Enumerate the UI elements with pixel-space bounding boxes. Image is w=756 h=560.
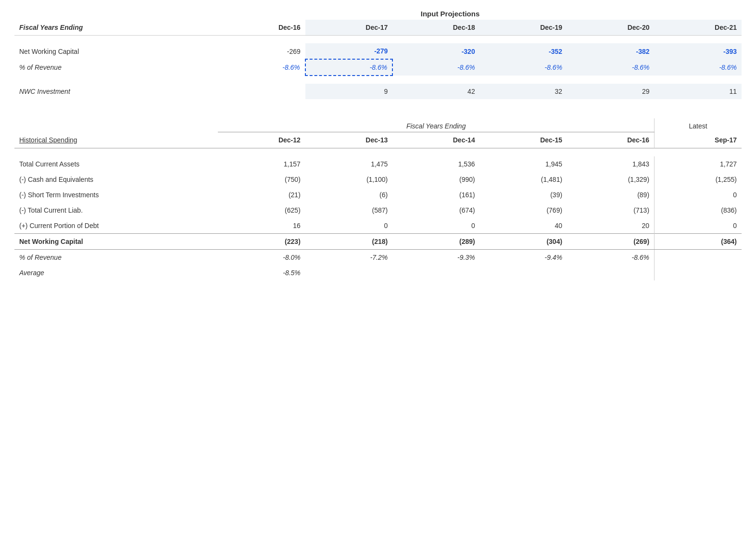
col-dec13: Dec-13 [305,132,392,149]
tcl-dec15: (769) [480,203,567,218]
tcl-dec12: (625) [218,203,305,218]
nwc-inv-label: NWC Investment [14,84,218,99]
hist-latest-label: Latest [655,118,742,132]
pct-rev-dec20: -8.6% [567,59,654,76]
hist-avg-dec13 [305,265,392,280]
hist-nwc-dec15: (304) [480,234,567,250]
pct-rev-dec17[interactable]: -8.6% [305,59,392,76]
col-sep17: Sep-17 [655,132,742,149]
hist-avg-dec12: -8.5% [218,265,305,280]
projections-header: Input Projections [14,10,742,18]
hist-group-header-row: Fiscal Years Ending Latest [14,118,742,132]
current-portion-debt-row: (+) Current Portion of Debt 16 0 0 40 20… [14,218,742,234]
pct-rev-dec21: -8.6% [655,59,742,76]
cash-dec14: (990) [392,172,479,187]
tca-dec15: 1,945 [480,156,567,172]
nwc-dec21: -393 [655,43,742,59]
tcl-sep17: (836) [655,203,742,218]
nwc-inv-dec16 [218,84,305,99]
cash-dec16: (1,329) [567,172,654,187]
col-dec21-proj: Dec-21 [655,20,742,36]
cpd-sep17: 0 [655,218,742,234]
col-dec15: Dec-15 [480,132,567,149]
col-dec14: Dec-14 [392,132,479,149]
col-dec19-proj: Dec-19 [480,20,567,36]
cash-dec15: (1,481) [480,172,567,187]
tca-dec14: 1,536 [392,156,479,172]
cash-equiv-row: (-) Cash and Equivalents (750) (1,100) (… [14,172,742,187]
historical-table: Fiscal Years Ending Latest Historical Sp… [14,118,742,280]
pct-revenue-row: % of Revenue -8.6% -8.6% -8.6% -8.6% -8.… [14,59,742,76]
hist-nwc-dec14: (289) [392,234,479,250]
hist-average-row: Average -8.5% [14,265,742,280]
tca-label: Total Current Assets [14,156,218,172]
col-dec16-hist: Dec-16 [567,132,654,149]
hist-pct-revenue-row: % of Revenue -8.0% -7.2% -9.3% -9.4% -8.… [14,250,742,266]
nwc-inv-dec19: 32 [480,84,567,99]
nwc-inv-dec18: 42 [392,84,479,99]
hist-col-headers: Historical Spending Dec-12 Dec-13 Dec-14… [14,132,742,149]
col-dec12: Dec-12 [218,132,305,149]
projections-col-headers: Fiscal Years Ending Dec-16 Dec-17 Dec-18… [14,20,742,36]
hist-avg-sep17 [655,265,742,280]
sti-sep17: 0 [655,187,742,203]
sti-dec15: (39) [480,187,567,203]
hist-avg-dec15 [480,265,567,280]
nwc-dec16: -269 [218,43,305,59]
hist-pct-rev-label: % of Revenue [14,250,218,266]
projections-section: Input Projections Fiscal Years Ending De… [14,10,742,99]
hist-nwc-dec16: (269) [567,234,654,250]
nwc-inv-dec17: 9 [305,84,392,99]
cpd-dec13: 0 [305,218,392,234]
nwc-dec18: -320 [392,43,479,59]
cash-dec12: (750) [218,172,305,187]
historical-section: Fiscal Years Ending Latest Historical Sp… [14,118,742,280]
nwc-investment-row: NWC Investment 9 42 32 29 11 [14,84,742,99]
tcl-dec16: (713) [567,203,654,218]
nwc-dec19: -352 [480,43,567,59]
spacer-row [14,36,742,44]
nwc-dec17: -279 [305,43,392,59]
spacer-row-2 [14,76,742,84]
total-current-liab-row: (-) Total Current Liab. (625) (587) (674… [14,203,742,218]
hist-avg-label: Average [14,265,218,280]
hist-nwc-dec13: (218) [305,234,392,250]
pct-rev-dec18: -8.6% [392,59,479,76]
cpd-dec16: 20 [567,218,654,234]
hist-pct-rev-dec14: -9.3% [392,250,479,266]
cpd-dec15: 40 [480,218,567,234]
col-dec17-proj: Dec-17 [305,20,392,36]
pct-rev-dec19: -8.6% [480,59,567,76]
hist-avg-dec16 [567,265,654,280]
tcl-dec13: (587) [305,203,392,218]
hist-spacer-1 [14,148,742,156]
pct-rev-dec16: -8.6% [218,59,305,76]
col-dec18-proj: Dec-18 [392,20,479,36]
hist-section-label: Historical Spending [14,132,218,149]
hist-nwc-total-row: Net Working Capital (223) (218) (289) (3… [14,234,742,250]
cpd-dec12: 16 [218,218,305,234]
nwc-dec20: -382 [567,43,654,59]
nwc-inv-dec20: 29 [567,84,654,99]
hist-pct-rev-dec13: -7.2% [305,250,392,266]
sti-dec13: (6) [305,187,392,203]
col-dec16-proj: Dec-16 [218,20,305,36]
total-current-assets-row: Total Current Assets 1,157 1,475 1,536 1… [14,156,742,172]
cash-sep17: (1,255) [655,172,742,187]
short-term-inv-row: (-) Short Term Investments (21) (6) (161… [14,187,742,203]
hist-nwc-sep17: (364) [655,234,742,250]
cpd-label: (+) Current Portion of Debt [14,218,218,234]
tca-dec12: 1,157 [218,156,305,172]
tca-dec16: 1,843 [567,156,654,172]
hist-pct-rev-dec15: -9.4% [480,250,567,266]
tcl-label: (-) Total Current Liab. [14,203,218,218]
fiscal-years-label: Fiscal Years Ending [14,20,218,36]
hist-pct-rev-dec16: -8.6% [567,250,654,266]
nwc-row: Net Working Capital -269 -279 -320 -352 … [14,43,742,59]
cash-dec13: (1,100) [305,172,392,187]
hist-avg-dec14 [392,265,479,280]
projections-table: Fiscal Years Ending Dec-16 Dec-17 Dec-18… [14,20,742,99]
hist-pct-rev-dec12: -8.0% [218,250,305,266]
pct-revenue-label: % of Revenue [14,59,218,76]
hist-nwc-dec12: (223) [218,234,305,250]
